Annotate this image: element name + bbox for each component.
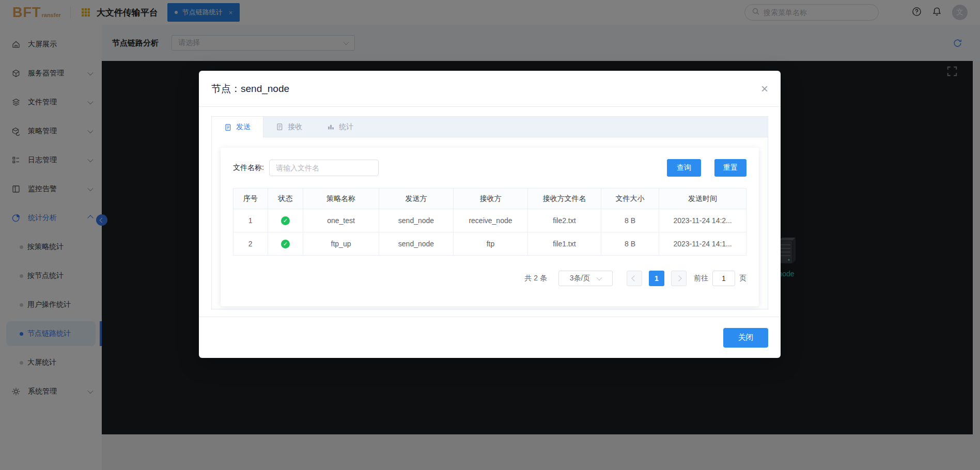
file-name-label: 文件名称: — [233, 163, 264, 173]
query-button[interactable]: 查询 — [667, 159, 701, 177]
dialog-footer: 关闭 — [199, 317, 781, 358]
table-header-row: 序号 状态 策略名称 发送方 接收方 接收方文件名 文件大小 发送时间 — [234, 189, 746, 209]
transfer-records-table: 序号 状态 策略名称 发送方 接收方 接收方文件名 文件大小 发送时间 — [233, 188, 746, 256]
dialog-title: 节点：send_node — [211, 82, 289, 96]
page-number-1[interactable]: 1 — [649, 271, 664, 286]
chevron-left-icon — [631, 275, 637, 281]
page-unit-label: 页 — [739, 274, 746, 283]
prev-page-button[interactable] — [627, 271, 642, 286]
table-row: 1 one_test send_node receive_node file2.… — [234, 209, 746, 232]
document-icon — [224, 123, 232, 131]
next-page-button[interactable] — [671, 271, 687, 286]
dialog-tabs-header: 发送 接收 统计 — [212, 117, 768, 137]
file-filter-row: 文件名称: 查询 重置 — [233, 159, 746, 177]
node-detail-dialog: 节点：send_node × 发送 接收 统计 — [199, 71, 781, 358]
tab-send[interactable]: 发送 — [212, 117, 263, 137]
tab-panel-send: 文件名称: 查询 重置 序号 — [212, 137, 768, 317]
records-card: 文件名称: 查询 重置 序号 — [221, 148, 759, 306]
success-check-icon — [281, 216, 290, 225]
success-check-icon — [281, 240, 290, 248]
dialog-header: 节点：send_node × — [199, 71, 781, 107]
app-root: BFTransfer 大文件传输平台 节点链路统计 × 文 — [0, 0, 980, 470]
tab-statistics[interactable]: 统计 — [315, 117, 366, 137]
pagination-bar: 共 2 条 3条/页 1 前往 — [233, 271, 746, 286]
tab-receive[interactable]: 接收 — [263, 117, 315, 137]
dialog-tabs-box: 发送 接收 统计 文件名称: — [211, 116, 768, 309]
chevron-down-icon — [597, 275, 602, 280]
close-dialog-button[interactable]: 关闭 — [723, 328, 768, 348]
close-icon[interactable]: × — [761, 83, 768, 95]
document-icon — [276, 123, 284, 131]
table-row: 2 ftp_up send_node ftp file1.txt 8 B 202… — [234, 232, 746, 256]
total-count-label: 共 2 条 — [524, 274, 547, 283]
reset-button[interactable]: 重置 — [714, 159, 746, 177]
goto-page-input[interactable] — [712, 271, 735, 286]
dialog-body: 发送 接收 统计 文件名称: — [199, 107, 781, 317]
file-name-input[interactable] — [269, 160, 379, 176]
bar-chart-icon — [327, 123, 335, 131]
goto-label: 前往 — [694, 274, 708, 283]
chevron-right-icon — [676, 275, 681, 281]
page-size-select[interactable]: 3条/页 — [558, 271, 613, 286]
